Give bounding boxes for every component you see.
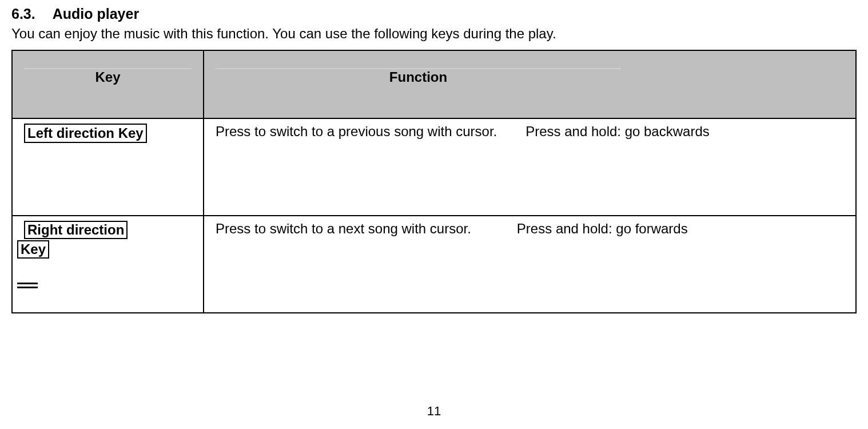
- right-direction-key-label-line2: Key: [17, 240, 49, 259]
- table-row: Right direction Key Press to switch to a…: [12, 216, 856, 313]
- section-title: Audio player: [53, 6, 139, 22]
- key-function-table: Key Function Left direction Key Press to…: [11, 50, 857, 313]
- section-heading: 6.3.Audio player: [11, 6, 857, 22]
- page-number: 11: [0, 404, 868, 419]
- section-number: 6.3.: [11, 6, 35, 22]
- intro-text: You can enjoy the music with this functi…: [11, 26, 857, 42]
- left-hold-text: Press and hold: go backwards: [525, 124, 710, 139]
- left-direction-key-label: Left direction Key: [24, 124, 147, 143]
- table-header-row: Key Function: [12, 50, 856, 118]
- header-function: Function: [204, 50, 856, 118]
- decorative-line: [17, 287, 38, 288]
- decorative-line: [17, 283, 38, 284]
- header-function-label: Function: [389, 69, 447, 85]
- header-key-label: Key: [95, 69, 120, 85]
- function-cell-left: Press to switch to a previous song with …: [204, 118, 856, 216]
- header-key: Key: [12, 50, 204, 118]
- right-press-text: Press to switch to a next song with curs…: [216, 221, 471, 237]
- right-hold-text: Press and hold: go forwards: [517, 221, 688, 236]
- left-press-text: Press to switch to a previous song with …: [216, 124, 497, 140]
- right-direction-key-label-line1: Right direction: [24, 221, 128, 239]
- table-row: Left direction Key Press to switch to a …: [12, 118, 856, 216]
- function-cell-right: Press to switch to a next song with curs…: [204, 216, 856, 313]
- key-cell-left: Left direction Key: [12, 118, 204, 216]
- key-cell-right: Right direction Key: [12, 216, 204, 313]
